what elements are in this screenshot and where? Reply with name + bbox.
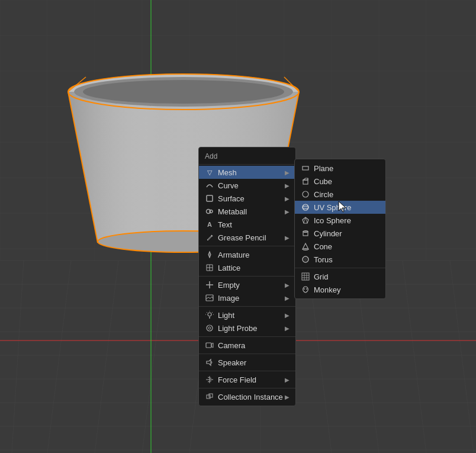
svg-point-107 <box>306 288 307 290</box>
menu-item-collection-instance[interactable]: Collection Instance ▶ <box>199 390 295 403</box>
svg-point-55 <box>210 210 213 213</box>
collection-instance-icon <box>205 392 214 401</box>
submenu-separator <box>295 268 385 268</box>
separator-1 <box>199 246 295 246</box>
force-field-icon <box>205 375 214 384</box>
separator-2 <box>199 276 295 277</box>
svg-rect-84 <box>209 394 213 397</box>
submenu-item-ico-sphere[interactable]: Ico Sphere <box>295 214 385 227</box>
menu-item-speaker[interactable]: Speaker <box>199 356 295 369</box>
submenu-arrow: ▶ <box>285 234 290 241</box>
svg-point-89 <box>303 191 308 197</box>
separator-5 <box>199 354 295 354</box>
menu-item-grease-pencil[interactable]: Grease Pencil ▶ <box>199 231 295 244</box>
cylinder-icon <box>301 229 310 238</box>
camera-icon <box>205 340 214 350</box>
empty-icon <box>205 280 214 290</box>
cube-icon <box>301 176 310 186</box>
svg-marker-77 <box>211 343 213 348</box>
menu-item-curve[interactable]: Curve ▶ <box>199 179 295 192</box>
menu-item-light-probe[interactable]: Light Probe ▶ <box>199 322 295 335</box>
monkey-icon <box>301 285 310 294</box>
ico-sphere-icon <box>301 216 310 225</box>
light-probe-icon <box>205 323 214 333</box>
submenu-item-cube[interactable]: Cube <box>295 175 385 188</box>
submenu-arrow: ▶ <box>285 208 290 215</box>
submenu-arrow: ▶ <box>285 377 290 383</box>
grid-icon <box>301 272 310 281</box>
menu-item-surface[interactable]: Surface ▶ <box>199 192 295 205</box>
svg-rect-86 <box>303 180 308 184</box>
cone-icon <box>301 242 310 251</box>
svg-marker-78 <box>207 359 211 365</box>
submenu-arrow: ▶ <box>285 325 290 332</box>
menu-item-mesh[interactable]: ▽ Mesh ▶ <box>199 166 295 179</box>
submenu-arrow: ▶ <box>285 394 290 400</box>
torus-icon <box>301 255 310 264</box>
svg-rect-101 <box>302 273 309 280</box>
armature-icon <box>205 250 214 259</box>
lattice-icon <box>205 263 214 272</box>
submenu-item-plane[interactable]: Plane <box>295 162 385 175</box>
plane-icon <box>301 163 310 173</box>
svg-marker-92 <box>303 217 308 223</box>
menu-item-camera[interactable]: Camera <box>199 339 295 352</box>
add-menu-title: Add <box>199 150 295 165</box>
submenu-item-torus[interactable]: Torus <box>295 253 385 266</box>
svg-point-90 <box>303 204 308 210</box>
surface-icon <box>205 194 214 203</box>
3d-viewport[interactable]: Add ▽ Mesh ▶ Curve ▶ Surface <box>0 0 476 453</box>
svg-point-75 <box>208 327 211 329</box>
submenu-item-circle[interactable]: Circle <box>295 188 385 201</box>
menu-item-light[interactable]: Light ▶ <box>199 309 295 322</box>
image-icon <box>205 293 214 303</box>
svg-rect-83 <box>207 395 210 399</box>
separator-3 <box>199 306 295 307</box>
svg-marker-87 <box>303 178 308 180</box>
metaball-icon <box>205 207 214 216</box>
svg-rect-85 <box>303 166 308 170</box>
submenu-arrow: ▶ <box>285 169 290 176</box>
submenu-arrow: ▶ <box>285 195 290 202</box>
menu-item-text[interactable]: A Text <box>199 218 295 231</box>
menu-item-empty[interactable]: Empty ▶ <box>199 278 295 291</box>
svg-rect-53 <box>207 195 213 201</box>
submenu-arrow: ▶ <box>285 312 290 319</box>
menu-item-image[interactable]: Image ▶ <box>199 291 295 304</box>
menu-item-armature[interactable]: Armature <box>199 248 295 261</box>
svg-point-100 <box>304 258 307 261</box>
submenu-item-grid[interactable]: Grid <box>295 270 385 283</box>
svg-rect-76 <box>206 343 211 348</box>
separator-7 <box>199 388 295 388</box>
uv-sphere-icon <box>301 203 310 212</box>
mesh-icon: ▽ <box>205 168 214 177</box>
submenu-item-cone[interactable]: Cone <box>295 240 385 253</box>
submenu-item-cylinder[interactable]: Cylinder <box>295 227 385 240</box>
grease-pencil-icon <box>205 233 214 242</box>
curve-icon <box>205 181 214 190</box>
submenu-item-monkey[interactable]: Monkey <box>295 283 385 296</box>
svg-line-73 <box>212 312 213 313</box>
circle-icon <box>301 189 310 199</box>
separator-4 <box>199 336 295 337</box>
svg-point-74 <box>207 325 213 331</box>
menu-item-force-field[interactable]: Force Field ▶ <box>199 373 295 386</box>
text-icon: A <box>205 220 214 229</box>
mesh-submenu: Plane Cube Circle UV Sphere Ico Sphere <box>294 159 386 299</box>
svg-point-67 <box>208 313 211 316</box>
menu-item-metaball[interactable]: Metaball ▶ <box>199 205 295 218</box>
submenu-arrow: ▶ <box>285 182 290 189</box>
separator-6 <box>199 371 295 371</box>
add-menu: Add ▽ Mesh ▶ Curve ▶ Surface <box>198 147 296 406</box>
svg-point-91 <box>303 206 308 208</box>
menu-item-lattice[interactable]: Lattice <box>199 261 295 274</box>
svg-point-106 <box>304 288 305 290</box>
light-icon <box>205 310 214 320</box>
submenu-arrow: ▶ <box>285 282 290 288</box>
svg-point-45 <box>83 80 284 104</box>
submenu-item-uv-sphere[interactable]: UV Sphere <box>295 201 385 214</box>
speaker-icon <box>205 358 214 367</box>
submenu-arrow: ▶ <box>285 295 290 301</box>
svg-line-72 <box>207 312 207 313</box>
